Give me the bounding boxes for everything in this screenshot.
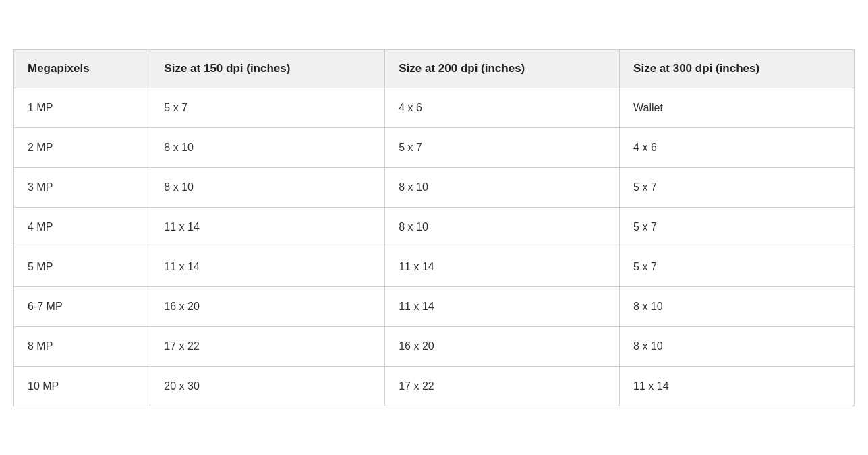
table-row: 3 MP8 x 108 x 105 x 7 xyxy=(14,167,855,207)
table-row: 2 MP8 x 105 x 74 x 6 xyxy=(14,127,855,167)
cell-r3-c2: 8 x 10 xyxy=(385,207,620,247)
cell-r1-c1: 8 x 10 xyxy=(150,127,385,167)
cell-r4-c2: 11 x 14 xyxy=(385,247,620,286)
cell-r7-c2: 17 x 22 xyxy=(385,366,620,406)
cell-r7-c3: 11 x 14 xyxy=(620,366,855,406)
megapixels-table: MegapixelsSize at 150 dpi (inches)Size a… xyxy=(13,49,855,406)
col-header-0: Megapixels xyxy=(14,49,150,88)
table-row: 6-7 MP16 x 2011 x 148 x 10 xyxy=(14,286,855,326)
cell-r5-c3: 8 x 10 xyxy=(620,286,855,326)
cell-r2-c1: 8 x 10 xyxy=(150,167,385,207)
col-header-1: Size at 150 dpi (inches) xyxy=(150,49,385,88)
cell-r5-c1: 16 x 20 xyxy=(150,286,385,326)
cell-r6-c0: 8 MP xyxy=(14,326,150,366)
cell-r0-c0: 1 MP xyxy=(14,88,150,127)
table-row: 1 MP5 x 74 x 6Wallet xyxy=(14,88,855,127)
cell-r4-c0: 5 MP xyxy=(14,247,150,286)
cell-r1-c3: 4 x 6 xyxy=(620,127,855,167)
cell-r0-c3: Wallet xyxy=(620,88,855,127)
table-wrapper: MegapixelsSize at 150 dpi (inches)Size a… xyxy=(13,49,855,406)
cell-r6-c2: 16 x 20 xyxy=(385,326,620,366)
table-body: 1 MP5 x 74 x 6Wallet2 MP8 x 105 x 74 x 6… xyxy=(14,88,855,406)
cell-r0-c2: 4 x 6 xyxy=(385,88,620,127)
table-row: 8 MP17 x 2216 x 208 x 10 xyxy=(14,326,855,366)
cell-r4-c3: 5 x 7 xyxy=(620,247,855,286)
cell-r5-c0: 6-7 MP xyxy=(14,286,150,326)
cell-r7-c1: 20 x 30 xyxy=(150,366,385,406)
table-row: 4 MP11 x 148 x 105 x 7 xyxy=(14,207,855,247)
col-header-3: Size at 300 dpi (inches) xyxy=(620,49,855,88)
cell-r2-c0: 3 MP xyxy=(14,167,150,207)
table-header-row: MegapixelsSize at 150 dpi (inches)Size a… xyxy=(14,49,855,88)
cell-r6-c3: 8 x 10 xyxy=(620,326,855,366)
cell-r3-c1: 11 x 14 xyxy=(150,207,385,247)
col-header-2: Size at 200 dpi (inches) xyxy=(385,49,620,88)
table-row: 5 MP11 x 1411 x 145 x 7 xyxy=(14,247,855,286)
cell-r4-c1: 11 x 14 xyxy=(150,247,385,286)
cell-r3-c3: 5 x 7 xyxy=(620,207,855,247)
cell-r2-c2: 8 x 10 xyxy=(385,167,620,207)
cell-r0-c1: 5 x 7 xyxy=(150,88,385,127)
cell-r7-c0: 10 MP xyxy=(14,366,150,406)
table-row: 10 MP20 x 3017 x 2211 x 14 xyxy=(14,366,855,406)
cell-r3-c0: 4 MP xyxy=(14,207,150,247)
cell-r2-c3: 5 x 7 xyxy=(620,167,855,207)
cell-r6-c1: 17 x 22 xyxy=(150,326,385,366)
cell-r5-c2: 11 x 14 xyxy=(385,286,620,326)
cell-r1-c0: 2 MP xyxy=(14,127,150,167)
cell-r1-c2: 5 x 7 xyxy=(385,127,620,167)
